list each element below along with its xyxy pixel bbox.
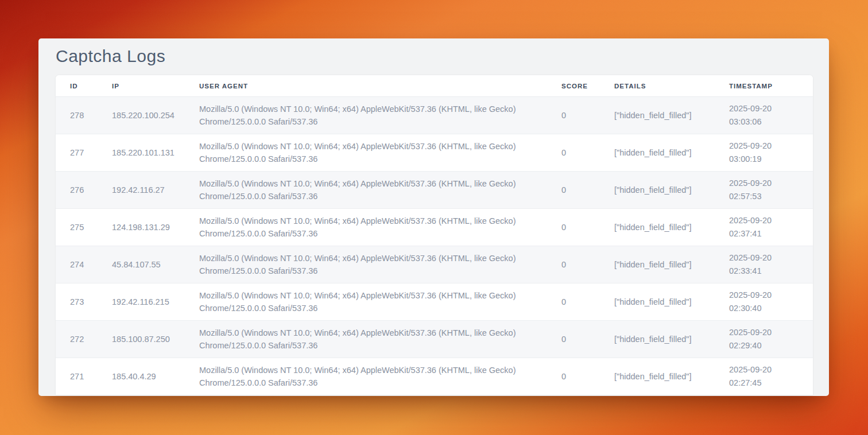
cell-id: 271 [56, 372, 112, 381]
timestamp-time: 02:30:40 [729, 302, 813, 315]
timestamp-time: 02:37:41 [729, 227, 813, 240]
cell-ip: 45.84.107.55 [112, 260, 199, 269]
cell-timestamp: 2025-09-2002:57:53 [729, 177, 813, 203]
column-header-ip: IP [112, 83, 199, 90]
timestamp-time: 02:27:45 [729, 376, 813, 390]
cell-ip: 124.198.131.29 [112, 223, 199, 232]
timestamp-date: 2025-09-20 [729, 289, 813, 302]
cell-id: 277 [56, 148, 112, 157]
column-header-id: ID [56, 83, 112, 90]
cell-timestamp: 2025-09-2002:27:45 [729, 363, 813, 390]
cell-id: 273 [56, 297, 112, 306]
cell-timestamp: 2025-09-2002:37:41 [729, 214, 813, 240]
cell-user_agent: Mozilla/5.0 (Windows NT 10.0; Win64; x64… [199, 215, 561, 240]
table-row: 275124.198.131.29Mozilla/5.0 (Windows NT… [56, 209, 813, 246]
timestamp-date: 2025-09-20 [729, 177, 813, 190]
timestamp-time: 02:29:40 [729, 339, 813, 352]
cell-user_agent: Mozilla/5.0 (Windows NT 10.0; Win64; x64… [199, 103, 561, 128]
cell-details: ["hidden_field_filled"] [614, 335, 729, 344]
cell-user_agent: Mozilla/5.0 (Windows NT 10.0; Win64; x64… [199, 177, 561, 203]
page-title: Captcha Logs [38, 38, 829, 75]
cell-details: ["hidden_field_filled"] [614, 372, 729, 381]
table-row: 271185.40.4.29Mozilla/5.0 (Windows NT 10… [56, 358, 813, 395]
cell-score: 0 [561, 335, 614, 344]
cell-details: ["hidden_field_filled"] [614, 111, 729, 120]
cell-user_agent: Mozilla/5.0 (Windows NT 10.0; Win64; x64… [199, 289, 561, 314]
timestamp-date: 2025-09-20 [729, 102, 813, 115]
table-row: 27445.84.107.55Mozilla/5.0 (Windows NT 1… [56, 246, 813, 283]
cell-details: ["hidden_field_filled"] [614, 223, 729, 232]
cell-id: 274 [56, 260, 112, 269]
cell-timestamp: 2025-09-2002:29:40 [729, 326, 813, 352]
cell-score: 0 [561, 148, 614, 157]
cell-user_agent: Mozilla/5.0 (Windows NT 10.0; Win64; x64… [199, 252, 561, 277]
cell-id: 276 [56, 185, 112, 195]
cell-user_agent: Mozilla/5.0 (Windows NT 10.0; Win64; x64… [199, 140, 561, 165]
table-row: 273192.42.116.215Mozilla/5.0 (Windows NT… [56, 283, 813, 321]
cell-score: 0 [561, 223, 614, 232]
cell-score: 0 [561, 297, 614, 306]
cell-ip: 185.40.4.29 [112, 372, 199, 381]
timestamp-date: 2025-09-20 [729, 363, 813, 376]
timestamp-time: 02:57:53 [729, 190, 813, 203]
cell-timestamp: 2025-09-2002:30:40 [729, 289, 813, 315]
column-header-timestamp: TIMESTAMP [729, 83, 813, 90]
cell-ip: 185.100.87.250 [112, 335, 199, 344]
cell-id: 275 [56, 223, 112, 232]
cell-score: 0 [561, 260, 614, 269]
cell-score: 0 [561, 372, 614, 381]
cell-details: ["hidden_field_filled"] [614, 185, 729, 195]
cell-ip: 192.42.116.27 [112, 185, 199, 195]
cell-ip: 192.42.116.215 [112, 297, 199, 306]
cell-id: 278 [56, 111, 112, 120]
cell-ip: 185.220.101.131 [112, 148, 199, 157]
table-row: 278185.220.100.254Mozilla/5.0 (Windows N… [56, 97, 813, 134]
timestamp-time: 02:33:41 [729, 265, 813, 278]
column-header-details: DETAILS [614, 83, 729, 90]
timestamp-time: 03:03:06 [729, 115, 813, 129]
timestamp-date: 2025-09-20 [729, 214, 813, 227]
table-body: 278185.220.100.254Mozilla/5.0 (Windows N… [56, 97, 813, 395]
cell-user_agent: Mozilla/5.0 (Windows NT 10.0; Win64; x64… [199, 327, 561, 352]
cell-ip: 185.220.100.254 [112, 111, 199, 120]
timestamp-date: 2025-09-20 [729, 251, 813, 265]
cell-timestamp: 2025-09-2003:00:19 [729, 139, 813, 166]
column-header-score: SCORE [561, 83, 614, 90]
cell-details: ["hidden_field_filled"] [614, 148, 729, 157]
table-row: 277185.220.101.131Mozilla/5.0 (Windows N… [56, 134, 813, 172]
cell-details: ["hidden_field_filled"] [614, 260, 729, 269]
column-header-user_agent: USER AGENT [199, 83, 561, 90]
timestamp-time: 03:00:19 [729, 153, 813, 166]
captcha-logs-card: Captcha Logs IDIPUSER AGENTSCOREDETAILST… [38, 38, 829, 396]
table-row: 272185.100.87.250Mozilla/5.0 (Windows NT… [56, 321, 813, 358]
cell-timestamp: 2025-09-2002:33:41 [729, 251, 813, 278]
page-background: { "page": { "title": "Captcha Logs" }, "… [0, 0, 868, 435]
table-row: 276192.42.116.27Mozilla/5.0 (Windows NT … [56, 172, 813, 209]
timestamp-date: 2025-09-20 [729, 326, 813, 339]
cell-details: ["hidden_field_filled"] [614, 297, 729, 306]
cell-id: 272 [56, 335, 112, 344]
cell-score: 0 [561, 185, 614, 195]
cell-user_agent: Mozilla/5.0 (Windows NT 10.0; Win64; x64… [199, 364, 561, 389]
table-header-row: IDIPUSER AGENTSCOREDETAILSTIMESTAMP [56, 75, 813, 97]
captcha-logs-table: IDIPUSER AGENTSCOREDETAILSTIMESTAMP 2781… [56, 75, 813, 395]
cell-score: 0 [561, 111, 614, 120]
cell-timestamp: 2025-09-2003:03:06 [729, 102, 813, 129]
timestamp-date: 2025-09-20 [729, 139, 813, 153]
